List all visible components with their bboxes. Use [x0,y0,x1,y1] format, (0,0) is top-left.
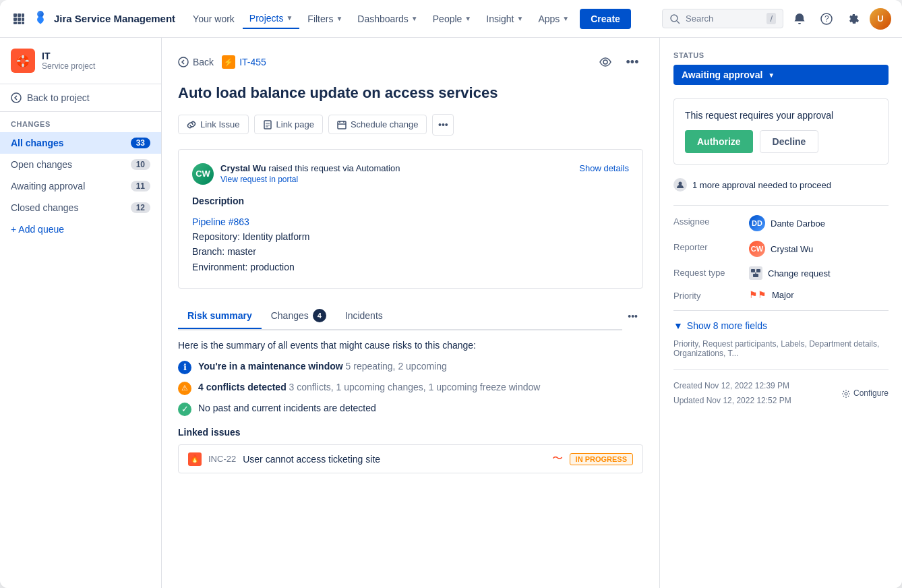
svg-point-24 [679,182,682,185]
status-dropdown[interactable]: Awaiting approval ▼ [673,65,889,85]
svg-point-13 [11,93,21,102]
requester-action: raised this request via Automation [268,163,400,173]
svg-rect-2 [22,13,24,17]
user-avatar[interactable]: U [870,8,891,30]
breadcrumb-right: ••• [595,51,643,73]
action-bar: Link Issue Link page [178,114,643,136]
pipeline-link[interactable]: Pipeline #863 [192,216,249,227]
open-changes-label: Open changes [11,159,72,170]
configure-button[interactable]: Configure [841,386,889,401]
assignee-avatar: DD [749,215,765,231]
description-content: Pipeline #863 Repository: Identity platf… [192,214,629,275]
search-placeholder: Search [686,13,713,24]
tabs-row: Risk summary Changes 4 Incidents [178,302,622,330]
nav-your-work[interactable]: Your work [186,9,241,28]
svg-point-15 [603,60,607,64]
nav-apps[interactable]: Apps ▼ [531,9,576,28]
closed-changes-label: Closed changes [11,202,78,213]
svg-text:?: ? [824,14,829,24]
topnav-right: Search / ? U [662,8,891,30]
divider-2 [673,310,889,311]
reporter-value: CW Crystal Wu [749,241,889,257]
search-box[interactable]: Search / [662,9,783,28]
apps-chevron: ▼ [562,15,569,22]
linked-issue-row[interactable]: 🔥 INC-22 User cannot access ticketing si… [178,444,643,473]
svg-rect-5 [22,18,24,21]
nav-filters[interactable]: Filters ▼ [301,9,349,28]
risk-maintenance-text: You're in a maintenance window 5 repeati… [198,360,447,374]
projects-chevron: ▼ [286,14,293,22]
svg-rect-20 [338,121,346,129]
schedule-change-button[interactable]: Schedule change [328,115,427,134]
field-list-hint: Priority, Request participants, Labels, … [673,339,889,358]
tabs-more-button[interactable]: ••• [622,305,643,327]
dates-section: Created Nov 12, 2022 12:39 PM Updated No… [673,379,889,408]
app-name: Jira Service Management [54,13,175,24]
configure-label: Configure [853,386,889,401]
priority-label: Priority [673,289,741,301]
svg-rect-28 [753,274,758,277]
right-panel: STATUS Awaiting approval ▼ This request … [659,38,902,588]
linked-issues-title: Linked issues [178,427,643,438]
nav-projects[interactable]: Projects ▼ [243,9,299,29]
svg-rect-1 [18,13,21,17]
success-icon: ✓ [178,403,191,416]
back-button[interactable]: Back [178,57,214,67]
more-options-button[interactable]: ••• [622,51,643,73]
decline-button[interactable]: Decline [760,130,819,153]
risk-item-maintenance: ℹ You're in a maintenance window 5 repea… [178,360,643,374]
tab-risk-summary[interactable]: Risk summary [178,303,262,329]
approval-count: 1 more approval needed to proceed [673,178,889,192]
dashboards-chevron: ▼ [411,15,418,22]
search-icon [669,13,680,24]
status-label: STATUS [673,51,889,59]
request-type-label: Request type [673,266,741,278]
authorize-button[interactable]: Authorize [685,130,753,153]
sidebar-item-open-changes[interactable]: Open changes 10 [0,154,161,175]
risk-maintenance-main: You're in a maintenance window [198,361,343,372]
svg-line-10 [677,21,680,24]
issue-id[interactable]: ⚡ IT-455 [222,55,266,69]
add-queue-button[interactable]: + Add queue [0,218,161,240]
svg-point-9 [671,15,678,22]
tab-incidents[interactable]: Incidents [336,303,392,329]
watch-button[interactable] [595,51,616,73]
show-more-fields-button[interactable]: ▼ Show 8 more fields [673,320,889,331]
nav-dashboards[interactable]: Dashboards ▼ [351,9,424,28]
requester-info: CW Crystal Wu raised this request via Au… [192,163,400,185]
awaiting-approval-label: Awaiting approval [11,181,85,192]
link-page-button[interactable]: Link page [254,115,323,134]
approval-box: This request requires your approval Auth… [673,98,889,165]
sidebar-item-awaiting-approval[interactable]: Awaiting approval 11 [0,175,161,197]
sidebar-section-title: Changes [0,112,161,132]
request-type-value: Change request [749,266,889,280]
help-button[interactable]: ? [816,8,837,30]
sidebar-item-all-changes[interactable]: All changes 33 [0,132,161,154]
create-button[interactable]: Create [580,9,631,29]
action-more-button[interactable]: ••• [432,114,454,136]
link-issue-button[interactable]: Link Issue [178,115,249,134]
priority-icon: ⚑⚑ [749,289,766,300]
grid-icon[interactable] [11,11,27,27]
notification-button[interactable] [789,8,810,30]
show-details-button[interactable]: Show details [579,163,629,173]
insight-chevron: ▼ [517,15,524,22]
back-label: Back [193,57,214,67]
linked-issue-type-icon: 🔥 [188,452,202,466]
view-request-portal-link[interactable]: View request in portal [220,175,298,184]
tab-incidents-label: Incidents [345,310,383,321]
back-to-project[interactable]: Back to project [0,84,161,112]
nav-insight[interactable]: Insight ▼ [479,9,530,28]
action-more-dots-icon: ••• [438,119,448,130]
filters-chevron: ▼ [336,15,342,22]
nav-people[interactable]: People ▼ [426,9,479,28]
tab-changes[interactable]: Changes 4 [262,302,336,330]
warning-icon: ⚠ [178,382,191,395]
settings-button[interactable] [843,8,864,30]
svg-rect-8 [22,22,24,24]
assignee-value: DD Dante Darboe [749,215,889,231]
svg-point-14 [179,57,188,67]
priority-indicator: 〜 [552,452,563,466]
tab-risk-summary-label: Risk summary [187,310,252,321]
sidebar-item-closed-changes[interactable]: Closed changes 12 [0,197,161,218]
